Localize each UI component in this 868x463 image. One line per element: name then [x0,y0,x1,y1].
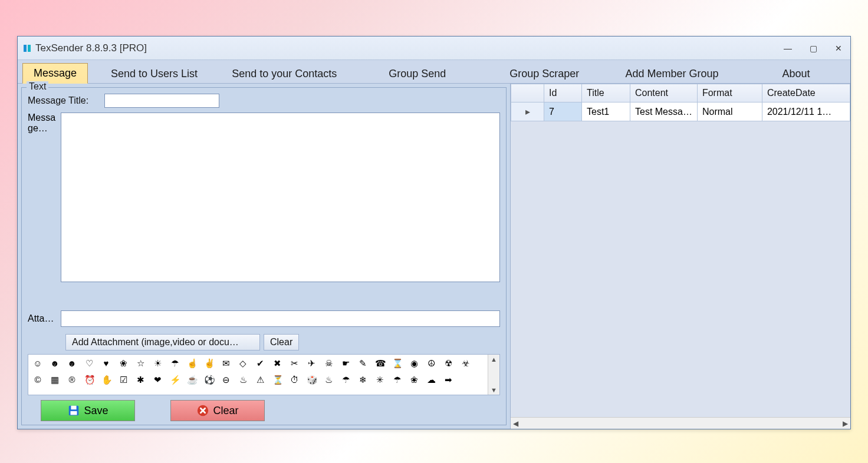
title-label: Message Title: [28,95,104,106]
emoji-item[interactable]: ⌛ [392,358,402,369]
emoji-item[interactable]: ✖ [272,358,282,369]
app-icon [22,44,32,53]
emoji-scrollbar[interactable]: ▲ ▼ [488,355,499,395]
col-id[interactable]: Id [544,84,582,102]
emoji-item[interactable]: ⚠ [255,375,265,385]
emoji-item[interactable]: ⏰ [84,375,94,385]
emoji-item[interactable]: ✂ [290,358,299,369]
emoji-item[interactable]: ♥ [101,358,111,369]
title-input[interactable] [104,94,219,108]
emoji-item[interactable]: ✉ [221,358,231,369]
add-attachment-button[interactable]: Add Attachment (image,video or docu… [65,334,260,350]
emoji-item[interactable]: ❀ [119,358,128,369]
row-indicator: ▸ [511,102,544,121]
svg-rect-4 [71,411,77,415]
emoji-item[interactable]: ☝ [187,358,196,369]
scroll-left-icon[interactable]: ◀ [513,419,518,428]
emoji-item[interactable]: ☻ [67,358,77,369]
emoji-item[interactable]: ▦ [50,375,60,385]
emoji-item[interactable]: ☠ [324,358,333,369]
tab-message[interactable]: Message [22,63,88,84]
emoji-item[interactable]: ♨ [324,375,333,385]
emoji-item[interactable]: ☆ [136,358,145,369]
save-button[interactable]: Save [41,400,135,421]
emoji-item[interactable]: ✱ [136,375,145,385]
clear-button-label: Clear [213,405,238,417]
close-button[interactable]: ✕ [831,41,846,55]
emoji-item[interactable]: ✌ [204,358,213,369]
emoji-item[interactable]: ☁ [426,375,436,385]
tab-add-member[interactable]: Add Member Group [614,64,729,84]
emoji-item[interactable]: ® [67,375,77,385]
body-label: Message… [28,113,61,307]
col-title[interactable]: Title [582,84,630,102]
svg-rect-3 [71,406,77,409]
table-row[interactable]: ▸ 7 Test1 Test Messa… Normal 2021/12/11 … [511,102,850,121]
window-title: TexSender 8.8.9.3 [PRO] [35,42,147,54]
emoji-item[interactable]: ✳ [375,375,384,385]
emoji-item[interactable]: ⏳ [272,375,282,385]
emoji-item[interactable]: ☂ [341,375,350,385]
emoji-item[interactable]: ❤ [153,375,162,385]
tab-group-scraper[interactable]: Group Scraper [498,64,590,84]
emoji-item[interactable]: ☎ [375,358,384,369]
grid-h-scrollbar[interactable]: ◀ ▶ [511,417,850,429]
emoji-item[interactable]: ☂ [392,375,402,385]
emoji-item[interactable]: ☛ [341,358,350,369]
emoji-item[interactable]: ◇ [238,358,248,369]
emoji-item[interactable]: ✈ [307,358,316,369]
tab-send-users[interactable]: Send to Users List [100,64,209,84]
clear-attachment-button[interactable]: Clear [264,334,299,350]
minimize-button[interactable]: — [780,41,795,55]
emoji-item[interactable]: ☑ [119,375,128,385]
emoji-item[interactable]: ☂ [170,358,179,369]
emoji-item[interactable]: ✔ [255,358,265,369]
col-content[interactable]: Content [630,84,698,102]
emoji-item[interactable]: ♨ [238,375,248,385]
emoji-item[interactable]: ✋ [101,375,111,385]
emoji-item[interactable]: ☮ [426,358,436,369]
emoji-item[interactable]: ❀ [409,375,419,385]
scroll-down-icon[interactable]: ▼ [491,386,497,393]
emoji-item[interactable]: ⚡ [170,375,179,385]
tab-about[interactable]: About [771,64,821,84]
emoji-item[interactable]: ☢ [443,358,453,369]
save-icon [67,404,80,417]
tab-send-contacts[interactable]: Send to your Contacts [221,64,348,84]
text-fieldset: Text Message Title: Message… Atta… Add A… [21,87,507,425]
emoji-item[interactable]: ☣ [461,358,470,369]
scroll-up-icon[interactable]: ▲ [491,356,497,363]
emoji-item[interactable]: ☺ [33,358,42,369]
emoji-item[interactable]: ➡ [443,375,453,385]
emoji-item[interactable]: © [33,375,42,385]
fieldset-legend: Text [27,81,48,92]
messages-grid[interactable]: Id Title Content Format CreateDate ▸ 7 T… [511,84,850,417]
emoji-item[interactable]: 🎲 [307,375,316,385]
attachment-input[interactable] [61,310,500,327]
svg-rect-0 [24,45,27,52]
col-indicator[interactable] [511,84,544,102]
col-format[interactable]: Format [697,84,762,102]
cell-content: Test Messa… [630,102,698,121]
emoji-item[interactable]: ♡ [84,358,94,369]
emoji-item[interactable]: ❄ [358,375,367,385]
emoji-item[interactable]: ☀ [153,358,162,369]
emoji-item[interactable]: ◉ [409,358,419,369]
emoji-item[interactable]: ✎ [358,358,367,369]
maximize-button[interactable]: ▢ [806,41,821,55]
message-body-input[interactable] [61,113,500,282]
emoji-item[interactable]: ⏱ [290,375,299,385]
cell-id: 7 [544,102,582,121]
clear-button[interactable]: Clear [170,400,265,421]
svg-rect-1 [28,45,31,52]
emoji-panel: ☺☻☻♡♥❀☆☀☂☝✌✉◇✔✖✂✈☠☛✎☎⌛◉☮☢☣©▦®⏰✋☑✱❤⚡☕⚽⊖♨⚠… [28,354,500,395]
col-createdate[interactable]: CreateDate [762,84,850,102]
emoji-item[interactable]: ☕ [187,375,196,385]
app-window: TexSender 8.8.9.3 [PRO] — ▢ ✕ Message Se… [17,36,851,429]
scroll-right-icon[interactable]: ▶ [843,419,848,428]
emoji-item[interactable]: ☻ [50,358,60,369]
tab-group-send[interactable]: Group Send [377,64,457,84]
cell-title: Test1 [582,102,630,121]
emoji-item[interactable]: ⚽ [204,375,213,385]
emoji-item[interactable]: ⊖ [221,375,231,385]
